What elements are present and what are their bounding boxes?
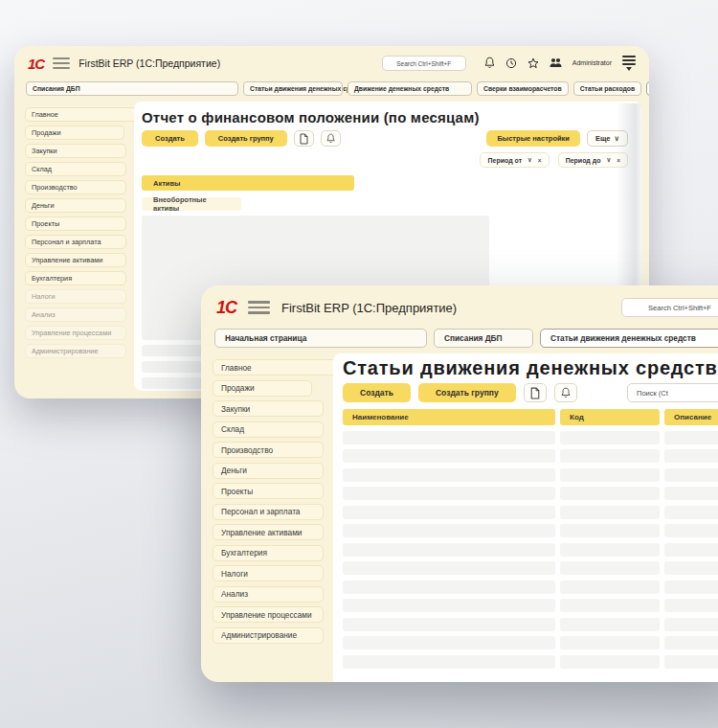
table-row[interactable]: [343, 468, 718, 482]
history-icon[interactable]: [505, 57, 517, 69]
period-from-filter[interactable]: Период от ∨ ×: [480, 152, 549, 168]
table-row[interactable]: [343, 449, 718, 463]
sidebar-item[interactable]: Склад: [25, 162, 126, 176]
sidebar-item[interactable]: Бухгалтерия: [213, 545, 324, 561]
front-window-cashflow-items: 1С FirstBit ERP (1С:Предприятие) Search …: [201, 285, 718, 682]
sidebar-item[interactable]: Управление активами: [25, 253, 126, 267]
search-input[interactable]: Search Ctrl+Shift+F: [382, 56, 466, 71]
chevron-down-icon[interactable]: ∨: [527, 156, 532, 164]
bell-icon-button[interactable]: [321, 130, 341, 147]
sidebar-item[interactable]: Администрирование: [25, 344, 126, 358]
sidebar-item[interactable]: Управление процессами: [25, 326, 126, 340]
sidebar-item[interactable]: Продажи: [25, 125, 124, 140]
hamburger-menu-icon[interactable]: [53, 57, 70, 69]
table-row[interactable]: [343, 487, 718, 500]
table-row[interactable]: [343, 655, 718, 669]
column-header[interactable]: Описание: [664, 409, 718, 425]
favorites-star-icon[interactable]: [527, 57, 539, 69]
sidebar-item[interactable]: Управление активами: [213, 524, 324, 540]
sidebar-item[interactable]: Закупки: [213, 400, 324, 417]
sidebar-item[interactable]: Управление процессами: [213, 606, 324, 623]
tab[interactable]: Сверки взаиморасчетов: [477, 81, 569, 96]
table-cell: [664, 655, 718, 669]
sidebar-item[interactable]: Анализ: [25, 307, 126, 322]
nav-sidebar: ГлавноеПродажиЗакупкиСкладПроизводствоДе…: [201, 353, 333, 682]
sidebar-item[interactable]: Администрирование: [213, 627, 324, 644]
document-icon-button[interactable]: [294, 130, 314, 147]
table-row[interactable]: [343, 431, 718, 444]
sidebar-item[interactable]: Продажи: [213, 380, 312, 397]
sidebar-item[interactable]: Налоги: [213, 565, 324, 581]
tab[interactable]: Списания ДБП: [26, 81, 238, 96]
current-user-label[interactable]: Administrator: [572, 59, 612, 66]
table-cell: [560, 431, 660, 444]
tab[interactable]: Статьи движения денежных средств: [243, 81, 343, 96]
table-cell: [343, 618, 555, 631]
table-cell: [343, 468, 555, 482]
create-group-button[interactable]: Создать группу: [418, 383, 516, 402]
table-row[interactable]: [343, 618, 718, 631]
table-cell: [343, 431, 555, 444]
sidebar-item[interactable]: Закупки: [25, 144, 126, 158]
quick-settings-button[interactable]: Быстрые настройки: [486, 130, 580, 147]
hamburger-menu-icon[interactable]: [248, 301, 270, 314]
sidebar-item[interactable]: Налоги: [25, 289, 126, 304]
create-group-button[interactable]: Создать группу: [205, 130, 287, 147]
sidebar-item[interactable]: Склад: [213, 421, 324, 438]
create-button[interactable]: Создать: [142, 130, 198, 147]
tab[interactable]: Начальная страница: [214, 329, 427, 348]
tab[interactable]: Статьи движения денежных средств: [540, 329, 718, 348]
document-icon-button[interactable]: [524, 383, 547, 402]
bell-icon-button[interactable]: [554, 383, 577, 402]
desktop-background: 1С FirstBit ERP (1С:Предприятие) Search …: [0, 0, 718, 728]
sidebar-item[interactable]: Производство: [25, 180, 126, 194]
close-icon[interactable]: ×: [538, 157, 542, 164]
table-row[interactable]: [343, 636, 718, 649]
app-title: FirstBit ERP (1С:Предприятие): [79, 57, 220, 69]
table-row[interactable]: [343, 599, 718, 612]
table-cell: [560, 543, 660, 557]
app-title: FirstBit ERP (1С:Предприятие): [281, 301, 457, 315]
sidebar-item[interactable]: Бухгалтерия: [25, 271, 126, 285]
sidebar-item[interactable]: Анализ: [213, 586, 324, 603]
column-header[interactable]: Код: [560, 409, 660, 425]
chevron-down-icon[interactable]: ∨: [606, 156, 611, 164]
table-cell: [664, 636, 718, 649]
table-row[interactable]: Внеоборотные активы: [142, 197, 241, 211]
sidebar-item[interactable]: Проекты: [25, 216, 126, 231]
users-icon[interactable]: [550, 57, 562, 68]
table-row[interactable]: Активы: [142, 175, 354, 191]
sidebar-item[interactable]: Проекты: [213, 483, 324, 499]
header-icons: Administrator: [484, 56, 636, 70]
table-cell: [343, 599, 555, 612]
table-cell: [343, 636, 555, 649]
table-cell: [343, 524, 555, 537]
service-menu-icon[interactable]: [622, 56, 636, 70]
bell-icon[interactable]: [484, 57, 495, 69]
sidebar-item[interactable]: Персонал и зарплата: [25, 235, 126, 249]
create-button[interactable]: Создать: [343, 383, 411, 402]
sidebar-item[interactable]: Производство: [213, 442, 324, 458]
tab[interactable]: Отчет о финансовом положении: [646, 81, 649, 96]
table-cell: [343, 506, 555, 519]
tab[interactable]: Статьи расходов: [573, 81, 642, 96]
sidebar-item[interactable]: Персонал и зарплата: [213, 504, 324, 520]
open-tabs-bar: Начальная страницаСписания ДБПСтатьи дви…: [201, 322, 718, 353]
table-row[interactable]: [343, 506, 718, 519]
table-cell: [560, 449, 660, 463]
tab[interactable]: Движение денежных средств: [348, 81, 472, 96]
table-cell: [664, 618, 718, 631]
table-row[interactable]: [343, 580, 718, 594]
table-row[interactable]: [343, 524, 718, 537]
search-input[interactable]: Search Ctrl+Shift+F: [621, 298, 718, 317]
table-row[interactable]: [343, 543, 718, 557]
sidebar-item[interactable]: Деньги: [213, 463, 324, 479]
list-search-input[interactable]: Поиск (Ct: [627, 383, 718, 402]
tab[interactable]: Списания ДБП: [434, 329, 533, 348]
toolbar: Создать Создать группу Быстрые настройки…: [142, 130, 641, 147]
table-row[interactable]: [343, 561, 718, 575]
table-cell: [664, 580, 718, 594]
column-header[interactable]: Наименование: [343, 409, 555, 425]
sidebar-item[interactable]: Деньги: [25, 198, 126, 213]
table-cell: [343, 543, 555, 557]
